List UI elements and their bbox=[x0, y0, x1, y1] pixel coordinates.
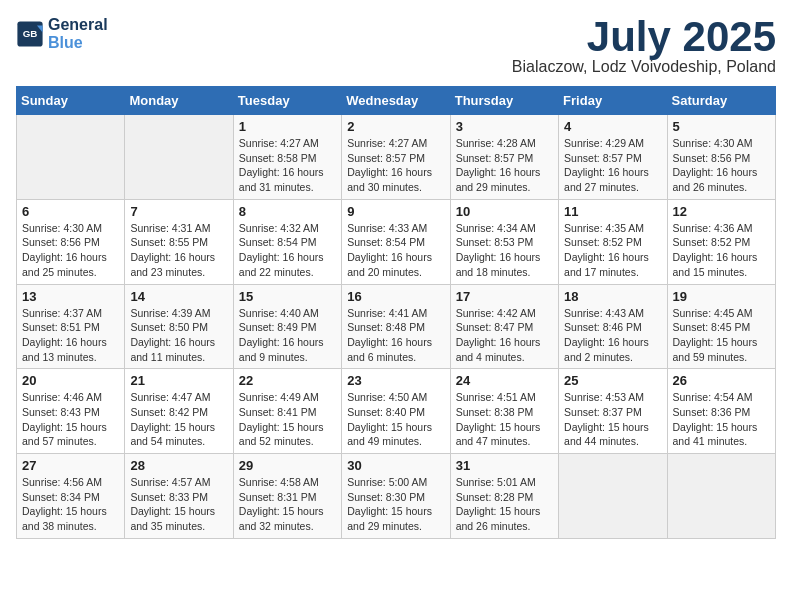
day-number: 29 bbox=[239, 458, 336, 473]
calendar-cell: 8Sunrise: 4:32 AMSunset: 8:54 PMDaylight… bbox=[233, 199, 341, 284]
header-sunday: Sunday bbox=[17, 87, 125, 115]
calendar-cell bbox=[125, 115, 233, 200]
calendar-cell: 29Sunrise: 4:58 AMSunset: 8:31 PMDayligh… bbox=[233, 454, 341, 539]
day-info: Sunrise: 4:58 AMSunset: 8:31 PMDaylight:… bbox=[239, 475, 336, 534]
header-tuesday: Tuesday bbox=[233, 87, 341, 115]
title-block: July 2025 Bialaczow, Lodz Voivodeship, P… bbox=[512, 16, 776, 76]
day-info: Sunrise: 4:45 AMSunset: 8:45 PMDaylight:… bbox=[673, 306, 770, 365]
calendar-week-row: 1Sunrise: 4:27 AMSunset: 8:58 PMDaylight… bbox=[17, 115, 776, 200]
svg-text:GB: GB bbox=[23, 28, 38, 39]
calendar-cell: 24Sunrise: 4:51 AMSunset: 8:38 PMDayligh… bbox=[450, 369, 558, 454]
calendar-cell: 17Sunrise: 4:42 AMSunset: 8:47 PMDayligh… bbox=[450, 284, 558, 369]
day-info: Sunrise: 4:29 AMSunset: 8:57 PMDaylight:… bbox=[564, 136, 661, 195]
calendar-cell: 2Sunrise: 4:27 AMSunset: 8:57 PMDaylight… bbox=[342, 115, 450, 200]
day-info: Sunrise: 4:31 AMSunset: 8:55 PMDaylight:… bbox=[130, 221, 227, 280]
day-info: Sunrise: 4:46 AMSunset: 8:43 PMDaylight:… bbox=[22, 390, 119, 449]
day-info: Sunrise: 4:56 AMSunset: 8:34 PMDaylight:… bbox=[22, 475, 119, 534]
day-info: Sunrise: 4:40 AMSunset: 8:49 PMDaylight:… bbox=[239, 306, 336, 365]
day-number: 5 bbox=[673, 119, 770, 134]
calendar-cell: 18Sunrise: 4:43 AMSunset: 8:46 PMDayligh… bbox=[559, 284, 667, 369]
day-info: Sunrise: 4:47 AMSunset: 8:42 PMDaylight:… bbox=[130, 390, 227, 449]
calendar-cell: 7Sunrise: 4:31 AMSunset: 8:55 PMDaylight… bbox=[125, 199, 233, 284]
day-number: 14 bbox=[130, 289, 227, 304]
day-info: Sunrise: 4:32 AMSunset: 8:54 PMDaylight:… bbox=[239, 221, 336, 280]
day-number: 15 bbox=[239, 289, 336, 304]
calendar-cell: 28Sunrise: 4:57 AMSunset: 8:33 PMDayligh… bbox=[125, 454, 233, 539]
calendar-cell: 1Sunrise: 4:27 AMSunset: 8:58 PMDaylight… bbox=[233, 115, 341, 200]
calendar-cell: 23Sunrise: 4:50 AMSunset: 8:40 PMDayligh… bbox=[342, 369, 450, 454]
day-number: 28 bbox=[130, 458, 227, 473]
day-info: Sunrise: 4:28 AMSunset: 8:57 PMDaylight:… bbox=[456, 136, 553, 195]
day-info: Sunrise: 4:42 AMSunset: 8:47 PMDaylight:… bbox=[456, 306, 553, 365]
day-info: Sunrise: 4:35 AMSunset: 8:52 PMDaylight:… bbox=[564, 221, 661, 280]
calendar-week-row: 20Sunrise: 4:46 AMSunset: 8:43 PMDayligh… bbox=[17, 369, 776, 454]
day-number: 22 bbox=[239, 373, 336, 388]
day-info: Sunrise: 4:57 AMSunset: 8:33 PMDaylight:… bbox=[130, 475, 227, 534]
day-number: 1 bbox=[239, 119, 336, 134]
day-info: Sunrise: 5:00 AMSunset: 8:30 PMDaylight:… bbox=[347, 475, 444, 534]
day-number: 18 bbox=[564, 289, 661, 304]
header-friday: Friday bbox=[559, 87, 667, 115]
calendar-cell: 30Sunrise: 5:00 AMSunset: 8:30 PMDayligh… bbox=[342, 454, 450, 539]
calendar-week-row: 13Sunrise: 4:37 AMSunset: 8:51 PMDayligh… bbox=[17, 284, 776, 369]
calendar-cell: 25Sunrise: 4:53 AMSunset: 8:37 PMDayligh… bbox=[559, 369, 667, 454]
header-wednesday: Wednesday bbox=[342, 87, 450, 115]
day-number: 12 bbox=[673, 204, 770, 219]
day-number: 27 bbox=[22, 458, 119, 473]
calendar-week-row: 27Sunrise: 4:56 AMSunset: 8:34 PMDayligh… bbox=[17, 454, 776, 539]
header-saturday: Saturday bbox=[667, 87, 775, 115]
month-title: July 2025 bbox=[512, 16, 776, 58]
calendar-cell: 5Sunrise: 4:30 AMSunset: 8:56 PMDaylight… bbox=[667, 115, 775, 200]
calendar-cell: 19Sunrise: 4:45 AMSunset: 8:45 PMDayligh… bbox=[667, 284, 775, 369]
day-info: Sunrise: 4:34 AMSunset: 8:53 PMDaylight:… bbox=[456, 221, 553, 280]
calendar-week-row: 6Sunrise: 4:30 AMSunset: 8:56 PMDaylight… bbox=[17, 199, 776, 284]
day-info: Sunrise: 5:01 AMSunset: 8:28 PMDaylight:… bbox=[456, 475, 553, 534]
day-number: 8 bbox=[239, 204, 336, 219]
calendar-cell: 10Sunrise: 4:34 AMSunset: 8:53 PMDayligh… bbox=[450, 199, 558, 284]
day-info: Sunrise: 4:27 AMSunset: 8:58 PMDaylight:… bbox=[239, 136, 336, 195]
calendar-cell bbox=[17, 115, 125, 200]
day-info: Sunrise: 4:49 AMSunset: 8:41 PMDaylight:… bbox=[239, 390, 336, 449]
calendar-cell: 3Sunrise: 4:28 AMSunset: 8:57 PMDaylight… bbox=[450, 115, 558, 200]
day-number: 4 bbox=[564, 119, 661, 134]
calendar-body: 1Sunrise: 4:27 AMSunset: 8:58 PMDaylight… bbox=[17, 115, 776, 539]
calendar-cell: 15Sunrise: 4:40 AMSunset: 8:49 PMDayligh… bbox=[233, 284, 341, 369]
day-number: 6 bbox=[22, 204, 119, 219]
day-number: 11 bbox=[564, 204, 661, 219]
calendar-cell: 12Sunrise: 4:36 AMSunset: 8:52 PMDayligh… bbox=[667, 199, 775, 284]
calendar-cell: 9Sunrise: 4:33 AMSunset: 8:54 PMDaylight… bbox=[342, 199, 450, 284]
day-info: Sunrise: 4:27 AMSunset: 8:57 PMDaylight:… bbox=[347, 136, 444, 195]
day-info: Sunrise: 4:41 AMSunset: 8:48 PMDaylight:… bbox=[347, 306, 444, 365]
calendar-cell: 27Sunrise: 4:56 AMSunset: 8:34 PMDayligh… bbox=[17, 454, 125, 539]
location-subtitle: Bialaczow, Lodz Voivodeship, Poland bbox=[512, 58, 776, 76]
calendar-table: SundayMondayTuesdayWednesdayThursdayFrid… bbox=[16, 86, 776, 539]
day-number: 19 bbox=[673, 289, 770, 304]
logo-text-line2: Blue bbox=[48, 34, 108, 52]
day-number: 26 bbox=[673, 373, 770, 388]
day-number: 24 bbox=[456, 373, 553, 388]
day-info: Sunrise: 4:36 AMSunset: 8:52 PMDaylight:… bbox=[673, 221, 770, 280]
day-number: 25 bbox=[564, 373, 661, 388]
logo-icon: GB bbox=[16, 20, 44, 48]
day-number: 20 bbox=[22, 373, 119, 388]
day-number: 2 bbox=[347, 119, 444, 134]
day-info: Sunrise: 4:43 AMSunset: 8:46 PMDaylight:… bbox=[564, 306, 661, 365]
day-number: 21 bbox=[130, 373, 227, 388]
day-number: 3 bbox=[456, 119, 553, 134]
day-info: Sunrise: 4:30 AMSunset: 8:56 PMDaylight:… bbox=[22, 221, 119, 280]
day-info: Sunrise: 4:53 AMSunset: 8:37 PMDaylight:… bbox=[564, 390, 661, 449]
day-info: Sunrise: 4:30 AMSunset: 8:56 PMDaylight:… bbox=[673, 136, 770, 195]
day-number: 9 bbox=[347, 204, 444, 219]
day-info: Sunrise: 4:37 AMSunset: 8:51 PMDaylight:… bbox=[22, 306, 119, 365]
logo: GB General Blue bbox=[16, 16, 108, 52]
day-number: 13 bbox=[22, 289, 119, 304]
day-number: 30 bbox=[347, 458, 444, 473]
calendar-cell: 6Sunrise: 4:30 AMSunset: 8:56 PMDaylight… bbox=[17, 199, 125, 284]
day-info: Sunrise: 4:51 AMSunset: 8:38 PMDaylight:… bbox=[456, 390, 553, 449]
day-info: Sunrise: 4:39 AMSunset: 8:50 PMDaylight:… bbox=[130, 306, 227, 365]
calendar-cell: 26Sunrise: 4:54 AMSunset: 8:36 PMDayligh… bbox=[667, 369, 775, 454]
calendar-cell: 20Sunrise: 4:46 AMSunset: 8:43 PMDayligh… bbox=[17, 369, 125, 454]
calendar-cell: 4Sunrise: 4:29 AMSunset: 8:57 PMDaylight… bbox=[559, 115, 667, 200]
day-number: 17 bbox=[456, 289, 553, 304]
day-info: Sunrise: 4:54 AMSunset: 8:36 PMDaylight:… bbox=[673, 390, 770, 449]
